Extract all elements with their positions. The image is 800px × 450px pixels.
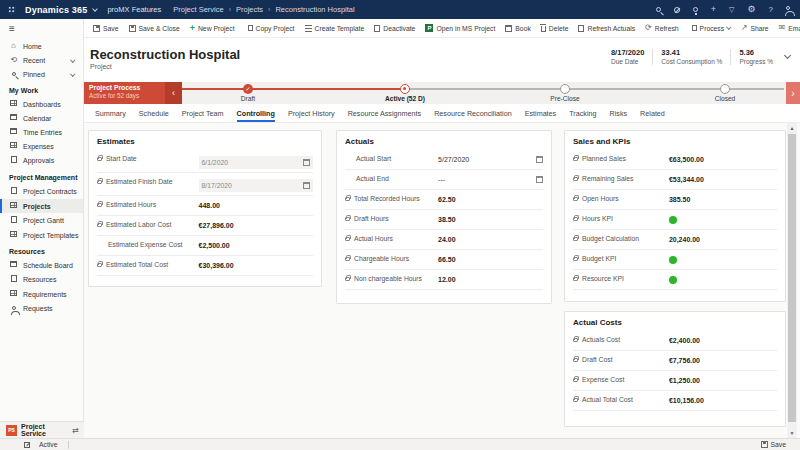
- refresh-button[interactable]: ⟳Refresh: [641, 21, 683, 36]
- sidebar-item-resources[interactable]: Resources: [0, 272, 83, 287]
- copy-project-button[interactable]: Copy Project: [241, 21, 299, 36]
- sidebar-item-expenses[interactable]: Expenses: [0, 139, 83, 153]
- stage-active-circle[interactable]: [400, 84, 410, 94]
- tab-resource-reconciliation[interactable]: Resource Reconciliation: [434, 109, 512, 122]
- brand-chevron-icon[interactable]: [93, 6, 99, 12]
- area-switcher[interactable]: PS Project Service ⇄: [0, 421, 84, 438]
- help-icon[interactable]: ?: [769, 6, 773, 14]
- tab-summary[interactable]: Summary: [95, 109, 126, 122]
- command-bar: Save Save & Close +New Project Copy Proj…: [84, 19, 800, 38]
- tab-project-team[interactable]: Project Team: [182, 109, 224, 122]
- process-next-chevron[interactable]: ›: [786, 82, 800, 104]
- sidebar-item-project-gantt[interactable]: Project Gantt: [0, 213, 83, 228]
- vertical-scrollbar[interactable]: ▲ ▼: [787, 123, 797, 438]
- lock-icon: [573, 358, 578, 362]
- sidebar-item-project-templates[interactable]: Project Templates: [0, 228, 83, 242]
- filter-icon[interactable]: ▽: [729, 6, 734, 13]
- schedule-board-icon: [9, 261, 18, 269]
- statusbar-save-button[interactable]: Save: [761, 441, 787, 448]
- brand-logo[interactable]: Dynamics 365: [25, 5, 87, 15]
- process-button[interactable]: Process: [685, 21, 735, 36]
- kpi-status-dot-green: [669, 216, 677, 224]
- trash-icon: [541, 26, 546, 32]
- save-and-close-button[interactable]: Save & Close: [125, 21, 184, 36]
- header-expand-chevron-icon[interactable]: [784, 51, 791, 58]
- stage-active-label[interactable]: Active (52 D): [345, 95, 465, 102]
- sidebar-item-home[interactable]: ⌂Home: [0, 39, 83, 53]
- sidebar-item-approvals[interactable]: Approvals: [0, 153, 83, 168]
- tab-project-history[interactable]: Project History: [288, 109, 335, 122]
- breadcrumb-project-service[interactable]: Project Service: [173, 5, 223, 14]
- book-button[interactable]: Book: [501, 21, 535, 36]
- field-open-hours: Open Hours 385.50: [573, 190, 777, 210]
- tab-estimates[interactable]: Estimates: [525, 109, 557, 122]
- expenses-icon: [9, 142, 18, 150]
- tab-controlling[interactable]: Controlling: [237, 109, 275, 122]
- app-launcher-waffle-icon[interactable]: [8, 6, 16, 14]
- status-icon[interactable]: [674, 7, 680, 13]
- sales-kpis-card: Sales and KPIs Planned Sales €63,500.00 …: [564, 130, 786, 302]
- start-date-input[interactable]: 6/1/2020: [199, 156, 313, 169]
- sidebar-item-requests[interactable]: Requests: [0, 301, 83, 315]
- search-icon[interactable]: [656, 7, 661, 12]
- create-template-button[interactable]: Create Template: [301, 21, 369, 36]
- sidebar-item-pinned[interactable]: Pinned: [0, 67, 83, 81]
- sidebar-item-project-contracts[interactable]: Project Contracts: [0, 184, 83, 199]
- save-button[interactable]: Save: [89, 21, 123, 36]
- open-in-ms-project-button[interactable]: POpen in MS Project: [421, 21, 499, 36]
- quick-create-icon[interactable]: +: [711, 5, 716, 14]
- field-total-recorded-hours: Total Recorded Hours 62.50: [345, 190, 543, 210]
- new-project-button[interactable]: +New Project: [186, 21, 239, 36]
- deactivate-button[interactable]: Deactivate: [370, 21, 419, 36]
- hamburger-menu-icon[interactable]: ≡: [0, 19, 83, 39]
- lock-icon: [573, 378, 578, 382]
- sidebar-item-recent[interactable]: ⟲Recent: [0, 53, 83, 67]
- field-value: 24.00: [438, 234, 543, 243]
- tab-risks[interactable]: Risks: [610, 109, 628, 122]
- stage-closed-label[interactable]: Closed: [665, 95, 785, 102]
- actual-end-input[interactable]: ---: [438, 174, 543, 183]
- lightbulb-icon[interactable]: [693, 7, 698, 12]
- share-button[interactable]: ↗Share: [737, 21, 773, 36]
- stage-draft-label[interactable]: Draft: [188, 95, 308, 102]
- refresh-actuals-button[interactable]: Refresh Actuals: [574, 21, 639, 36]
- stage-closed-circle[interactable]: [720, 84, 730, 94]
- field-value: 385.50: [669, 194, 777, 203]
- stage-preclose-label[interactable]: Pre-Close: [505, 95, 625, 102]
- main-area: Save Save & Close +New Project Copy Proj…: [84, 19, 800, 438]
- area-switcher-icon[interactable]: ⇄: [72, 426, 79, 435]
- tab-resource-assignments[interactable]: Resource Assignments: [348, 109, 422, 122]
- form-content: Estimates Start Date 6/1/2020 Estimated …: [84, 123, 800, 438]
- sidebar-section-my-work: My Work: [0, 81, 83, 97]
- scroll-down-arrow-icon[interactable]: ▼: [787, 428, 797, 438]
- settings-gear-icon[interactable]: ⚙: [747, 5, 755, 14]
- lock-icon: [345, 197, 350, 201]
- finish-date-input[interactable]: 8/17/2020: [199, 179, 313, 192]
- scroll-up-arrow-icon[interactable]: ▲: [787, 123, 797, 133]
- tab-schedule[interactable]: Schedule: [139, 109, 169, 122]
- stage-draft-circle[interactable]: ✓: [243, 84, 253, 94]
- sidebar-item-projects[interactable]: Projects: [0, 199, 83, 213]
- sidebar-item-dashboards[interactable]: Dashboards: [0, 97, 83, 111]
- process-stage-flyout[interactable]: Project Process Active for 52 days: [84, 82, 165, 104]
- stage-preclose-circle[interactable]: [560, 84, 570, 94]
- breadcrumb-projects[interactable]: Projects: [236, 5, 263, 14]
- sidebar-item-time-entries[interactable]: Time Entries: [0, 125, 83, 139]
- account-icon[interactable]: [786, 6, 790, 10]
- email-a-link-button[interactable]: ✉Email a Link: [775, 21, 800, 36]
- tab-tracking[interactable]: Tracking: [569, 109, 596, 122]
- sidebar-item-requirements[interactable]: Requirements: [0, 287, 83, 301]
- environment-name[interactable]: proMX Features: [107, 5, 161, 14]
- delete-button[interactable]: Delete: [537, 21, 573, 36]
- scrollbar-thumb[interactable]: [788, 134, 796, 422]
- site-map-sidebar: ≡ ⌂Home ⟲Recent Pinned My Work Dashboard…: [0, 19, 84, 438]
- breadcrumb-current-record[interactable]: Reconstruction Hospital: [275, 5, 354, 14]
- dashboard-icon: [9, 100, 18, 108]
- sidebar-item-schedule-board[interactable]: Schedule Board: [0, 258, 83, 272]
- sidebar-item-calendar[interactable]: Calendar: [0, 111, 83, 125]
- tab-related[interactable]: Related: [640, 109, 665, 122]
- lock-icon: [573, 197, 578, 201]
- process-collapse-chevron[interactable]: ‹: [165, 82, 182, 104]
- field-value: €63,500.00: [669, 154, 777, 163]
- actual-start-input[interactable]: 5/27/2020: [438, 154, 543, 163]
